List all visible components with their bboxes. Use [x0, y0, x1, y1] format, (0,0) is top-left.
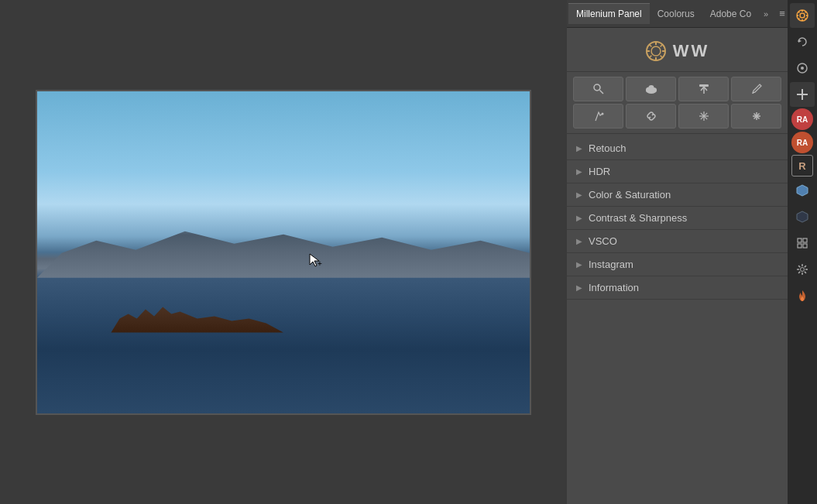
menu-item-hdr[interactable]: ▶ HDR: [567, 160, 788, 183]
svg-point-31: [800, 13, 805, 18]
svg-line-57: [805, 266, 806, 267]
svg-marker-46: [797, 211, 808, 222]
arrow-icon-vsco: ▶: [576, 237, 582, 245]
svg-line-36: [798, 12, 799, 12]
menu-list: ▶ Retouch ▶ HDR ▶ Color & Saturation ▶ C…: [567, 137, 788, 300]
menu-item-instagram-label: Instagram: [589, 259, 633, 270]
svg-rect-48: [803, 238, 807, 242]
menu-item-color-saturation[interactable]: ▶ Color & Saturation: [567, 183, 788, 207]
flame-icon[interactable]: [790, 283, 815, 308]
panel-content: WW: [567, 28, 788, 504]
svg-point-17: [648, 85, 654, 90]
asterisk-tool-btn[interactable]: [731, 104, 781, 129]
svg-point-30: [797, 10, 808, 21]
menu-item-contrast-label: Contrast & Sharpness: [589, 212, 687, 224]
photo-frame: +: [36, 90, 531, 415]
menu-item-color-label: Color & Saturation: [589, 189, 671, 201]
arrow-icon-contrast: ▶: [576, 214, 582, 222]
arrow-icon-information: ▶: [576, 283, 582, 292]
canvas-area: +: [0, 0, 567, 504]
svg-point-29: [756, 115, 757, 117]
r-pro-icon[interactable]: R: [791, 155, 813, 177]
arrow-icon-color: ▶: [576, 190, 582, 199]
logo-icon: [645, 40, 667, 62]
menu-item-contrast-sharpness[interactable]: ▶ Contrast & Sharpness: [567, 207, 788, 230]
tab-millenium-panel[interactable]: Millenium Panel: [568, 3, 650, 24]
separator-2: [567, 133, 788, 134]
svg-point-12: [594, 84, 600, 91]
svg-line-11: [649, 56, 651, 58]
avatar-2[interactable]: RA: [791, 132, 813, 153]
svg-line-8: [649, 45, 651, 47]
tab-coolorus[interactable]: Coolorus: [650, 4, 702, 24]
menu-item-retouch[interactable]: ▶ Retouch: [567, 137, 788, 160]
burst-icon[interactable]: [790, 257, 815, 282]
icon-strip: RA RA R: [788, 0, 817, 504]
hex-dark-icon[interactable]: [790, 204, 815, 229]
svg-point-59: [801, 268, 805, 272]
svg-line-13: [599, 91, 603, 94]
circle-tool-icon[interactable]: [790, 56, 815, 81]
svg-rect-50: [803, 244, 807, 248]
logo-text: WW: [673, 41, 710, 61]
grid-icon[interactable]: [790, 231, 815, 255]
arrow-icon-hdr: ▶: [576, 167, 582, 176]
svg-marker-40: [798, 39, 802, 43]
svg-rect-19: [699, 84, 709, 87]
menu-item-vsco-label: VSCO: [589, 235, 617, 247]
svg-point-42: [801, 67, 804, 70]
svg-line-37: [805, 19, 806, 19]
main-settings-icon[interactable]: [790, 3, 815, 28]
hex-icon[interactable]: [790, 178, 815, 203]
tab-bar: Millenium Panel Coolorus Adobe Co » ≡: [567, 0, 788, 28]
zoom-tool-btn[interactable]: [573, 77, 623, 101]
pen-tool-btn[interactable]: [573, 104, 623, 129]
link-tool-btn[interactable]: [626, 104, 676, 129]
upload-tool-btn[interactable]: [678, 77, 729, 101]
menu-item-retouch-label: Retouch: [589, 142, 626, 154]
menu-item-information-label: Information: [589, 282, 639, 293]
svg-line-55: [798, 266, 800, 267]
svg-point-20: [601, 113, 603, 115]
logo-area: WW: [567, 28, 788, 71]
tools-grid: [567, 72, 788, 133]
svg-line-9: [660, 56, 662, 58]
menu-item-instagram[interactable]: ▶ Instagram: [567, 253, 788, 276]
svg-point-3: [651, 46, 661, 56]
brush-tool-btn[interactable]: [731, 77, 781, 101]
avatar-1[interactable]: RA: [791, 108, 813, 130]
svg-rect-47: [798, 238, 802, 242]
svg-line-39: [798, 19, 799, 19]
right-panel: Millenium Panel Coolorus Adobe Co » ≡: [567, 0, 788, 504]
menu-item-information[interactable]: ▶ Information: [567, 276, 788, 300]
refresh-icon[interactable]: [790, 29, 815, 54]
menu-item-hdr-label: HDR: [589, 166, 610, 177]
cross-icon[interactable]: [790, 82, 815, 107]
arrow-icon-retouch: ▶: [576, 144, 582, 153]
svg-line-38: [805, 12, 806, 12]
arrow-icon-instagram: ▶: [576, 260, 582, 269]
svg-line-58: [798, 272, 800, 273]
menu-item-vsco[interactable]: ▶ VSCO: [567, 230, 788, 253]
cloud-tool-btn[interactable]: [626, 77, 676, 101]
svg-marker-45: [797, 185, 808, 196]
star-tool-btn[interactable]: [678, 104, 729, 129]
photo-content: [37, 91, 530, 413]
tab-adobe-co[interactable]: Adobe Co: [702, 4, 759, 24]
svg-rect-49: [798, 244, 802, 248]
svg-line-10: [660, 45, 662, 47]
svg-line-56: [805, 272, 806, 273]
tab-overflow-btn[interactable]: »: [759, 6, 773, 22]
